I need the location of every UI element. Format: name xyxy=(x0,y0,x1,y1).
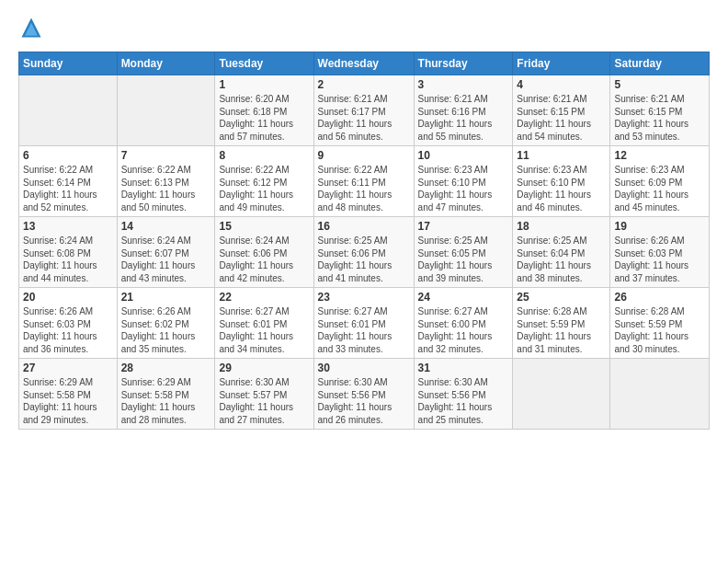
weekday-header-wednesday: Wednesday xyxy=(313,52,414,75)
calendar-cell: 17Sunrise: 6:25 AM Sunset: 6:05 PM Dayli… xyxy=(414,217,513,288)
day-info: Sunrise: 6:28 AM Sunset: 5:59 PM Dayligh… xyxy=(614,305,705,355)
day-number: 31 xyxy=(418,362,509,374)
day-info: Sunrise: 6:27 AM Sunset: 6:00 PM Dayligh… xyxy=(418,305,509,355)
header xyxy=(18,15,710,40)
day-number: 27 xyxy=(23,362,113,374)
calendar-cell: 26Sunrise: 6:28 AM Sunset: 5:59 PM Dayli… xyxy=(610,288,710,359)
day-number: 28 xyxy=(121,362,211,374)
day-info: Sunrise: 6:30 AM Sunset: 5:56 PM Dayligh… xyxy=(418,376,509,426)
day-number: 12 xyxy=(614,149,705,162)
day-number: 19 xyxy=(614,220,705,233)
day-info: Sunrise: 6:30 AM Sunset: 5:56 PM Dayligh… xyxy=(318,376,410,426)
page: SundayMondayTuesdayWednesdayThursdayFrid… xyxy=(0,0,728,563)
day-number: 23 xyxy=(318,291,410,304)
calendar-cell: 29Sunrise: 6:30 AM Sunset: 5:57 PM Dayli… xyxy=(215,359,313,430)
day-info: Sunrise: 6:26 AM Sunset: 6:03 PM Dayligh… xyxy=(614,235,705,284)
calendar-cell: 11Sunrise: 6:23 AM Sunset: 6:10 PM Dayli… xyxy=(513,146,610,217)
calendar-cell: 31Sunrise: 6:30 AM Sunset: 5:56 PM Dayli… xyxy=(414,359,513,430)
day-number: 21 xyxy=(121,291,211,304)
calendar-cell: 9Sunrise: 6:22 AM Sunset: 6:11 PM Daylig… xyxy=(313,146,414,217)
day-info: Sunrise: 6:22 AM Sunset: 6:13 PM Dayligh… xyxy=(121,164,211,213)
calendar-cell: 16Sunrise: 6:25 AM Sunset: 6:06 PM Dayli… xyxy=(313,217,414,288)
calendar-cell: 20Sunrise: 6:26 AM Sunset: 6:03 PM Dayli… xyxy=(19,288,118,359)
day-number: 1 xyxy=(219,78,309,91)
calendar-cell: 25Sunrise: 6:28 AM Sunset: 5:59 PM Dayli… xyxy=(513,288,610,359)
calendar-cell: 1Sunrise: 6:20 AM Sunset: 6:18 PM Daylig… xyxy=(215,75,313,146)
day-number: 18 xyxy=(517,220,606,233)
calendar-week-1: 1Sunrise: 6:20 AM Sunset: 6:18 PM Daylig… xyxy=(19,75,710,146)
calendar-cell: 10Sunrise: 6:23 AM Sunset: 6:10 PM Dayli… xyxy=(414,146,513,217)
day-info: Sunrise: 6:24 AM Sunset: 6:08 PM Dayligh… xyxy=(23,235,113,284)
day-number: 4 xyxy=(517,78,606,91)
calendar-cell: 12Sunrise: 6:23 AM Sunset: 6:09 PM Dayli… xyxy=(610,146,710,217)
calendar-cell: 30Sunrise: 6:30 AM Sunset: 5:56 PM Dayli… xyxy=(313,359,414,430)
day-number: 25 xyxy=(517,291,606,304)
calendar-header-row: SundayMondayTuesdayWednesdayThursdayFrid… xyxy=(19,52,710,75)
day-number: 7 xyxy=(121,149,211,162)
day-number: 11 xyxy=(517,149,606,162)
calendar-cell: 14Sunrise: 6:24 AM Sunset: 6:07 PM Dayli… xyxy=(117,217,215,288)
day-number: 6 xyxy=(23,149,113,162)
day-number: 5 xyxy=(614,78,705,91)
day-number: 20 xyxy=(23,291,113,304)
day-number: 16 xyxy=(318,220,410,233)
day-info: Sunrise: 6:21 AM Sunset: 6:17 PM Dayligh… xyxy=(318,93,410,143)
calendar-cell: 2Sunrise: 6:21 AM Sunset: 6:17 PM Daylig… xyxy=(313,75,414,146)
calendar-cell: 21Sunrise: 6:26 AM Sunset: 6:02 PM Dayli… xyxy=(117,288,215,359)
weekday-header-monday: Monday xyxy=(117,52,215,75)
day-info: Sunrise: 6:24 AM Sunset: 6:06 PM Dayligh… xyxy=(219,235,309,284)
calendar-cell: 5Sunrise: 6:21 AM Sunset: 6:15 PM Daylig… xyxy=(610,75,710,146)
calendar-week-5: 27Sunrise: 6:29 AM Sunset: 5:58 PM Dayli… xyxy=(19,359,710,430)
day-number: 30 xyxy=(318,362,410,374)
calendar-cell: 18Sunrise: 6:25 AM Sunset: 6:04 PM Dayli… xyxy=(513,217,610,288)
day-info: Sunrise: 6:25 AM Sunset: 6:06 PM Dayligh… xyxy=(318,235,410,284)
logo xyxy=(18,15,48,40)
day-info: Sunrise: 6:28 AM Sunset: 5:59 PM Dayligh… xyxy=(517,305,606,355)
day-info: Sunrise: 6:20 AM Sunset: 6:18 PM Dayligh… xyxy=(219,93,309,143)
day-number: 14 xyxy=(121,220,211,233)
calendar-cell: 4Sunrise: 6:21 AM Sunset: 6:15 PM Daylig… xyxy=(513,75,610,146)
weekday-header-saturday: Saturday xyxy=(610,52,710,75)
calendar-cell: 24Sunrise: 6:27 AM Sunset: 6:00 PM Dayli… xyxy=(414,288,513,359)
day-info: Sunrise: 6:23 AM Sunset: 6:09 PM Dayligh… xyxy=(614,164,705,213)
day-number: 29 xyxy=(219,362,309,374)
calendar-week-4: 20Sunrise: 6:26 AM Sunset: 6:03 PM Dayli… xyxy=(19,288,710,359)
calendar-cell xyxy=(117,75,215,146)
weekday-header-thursday: Thursday xyxy=(414,52,513,75)
day-number: 2 xyxy=(318,78,410,91)
day-info: Sunrise: 6:25 AM Sunset: 6:04 PM Dayligh… xyxy=(517,235,606,284)
calendar-cell: 3Sunrise: 6:21 AM Sunset: 6:16 PM Daylig… xyxy=(414,75,513,146)
calendar-cell: 6Sunrise: 6:22 AM Sunset: 6:14 PM Daylig… xyxy=(19,146,118,217)
day-info: Sunrise: 6:22 AM Sunset: 6:12 PM Dayligh… xyxy=(219,164,309,213)
day-info: Sunrise: 6:22 AM Sunset: 6:11 PM Dayligh… xyxy=(318,164,410,213)
logo-icon xyxy=(18,15,44,40)
calendar-cell xyxy=(19,75,118,146)
day-info: Sunrise: 6:21 AM Sunset: 6:16 PM Dayligh… xyxy=(418,93,509,143)
calendar-cell: 15Sunrise: 6:24 AM Sunset: 6:06 PM Dayli… xyxy=(215,217,313,288)
day-number: 24 xyxy=(418,291,509,304)
day-info: Sunrise: 6:27 AM Sunset: 6:01 PM Dayligh… xyxy=(219,305,309,355)
day-info: Sunrise: 6:23 AM Sunset: 6:10 PM Dayligh… xyxy=(418,164,509,213)
day-info: Sunrise: 6:21 AM Sunset: 6:15 PM Dayligh… xyxy=(614,93,705,143)
calendar-cell: 8Sunrise: 6:22 AM Sunset: 6:12 PM Daylig… xyxy=(215,146,313,217)
weekday-header-tuesday: Tuesday xyxy=(215,52,313,75)
day-info: Sunrise: 6:29 AM Sunset: 5:58 PM Dayligh… xyxy=(23,376,113,426)
day-number: 9 xyxy=(318,149,410,162)
day-number: 15 xyxy=(219,220,309,233)
day-number: 3 xyxy=(418,78,509,91)
calendar-cell xyxy=(513,359,610,430)
day-info: Sunrise: 6:25 AM Sunset: 6:05 PM Dayligh… xyxy=(418,235,509,284)
calendar: SundayMondayTuesdayWednesdayThursdayFrid… xyxy=(18,52,710,430)
day-info: Sunrise: 6:22 AM Sunset: 6:14 PM Dayligh… xyxy=(23,164,113,213)
day-info: Sunrise: 6:26 AM Sunset: 6:02 PM Dayligh… xyxy=(121,305,211,355)
day-info: Sunrise: 6:29 AM Sunset: 5:58 PM Dayligh… xyxy=(121,376,211,426)
calendar-cell: 19Sunrise: 6:26 AM Sunset: 6:03 PM Dayli… xyxy=(610,217,710,288)
calendar-cell: 27Sunrise: 6:29 AM Sunset: 5:58 PM Dayli… xyxy=(19,359,118,430)
day-info: Sunrise: 6:26 AM Sunset: 6:03 PM Dayligh… xyxy=(23,305,113,355)
weekday-header-sunday: Sunday xyxy=(19,52,118,75)
day-number: 8 xyxy=(219,149,309,162)
calendar-cell: 7Sunrise: 6:22 AM Sunset: 6:13 PM Daylig… xyxy=(117,146,215,217)
weekday-header-friday: Friday xyxy=(513,52,610,75)
day-number: 17 xyxy=(418,220,509,233)
calendar-cell: 23Sunrise: 6:27 AM Sunset: 6:01 PM Dayli… xyxy=(313,288,414,359)
